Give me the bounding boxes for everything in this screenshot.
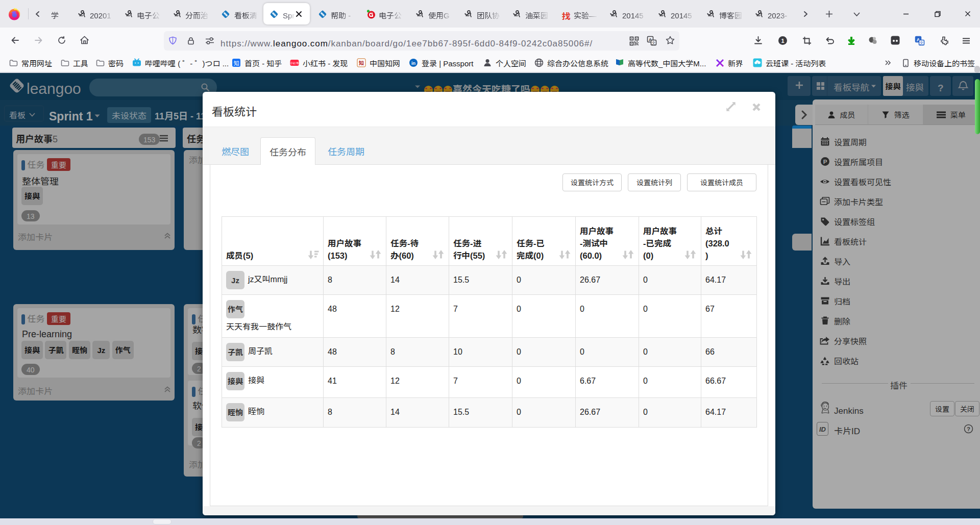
svg-text:小红书: 小红书 [290,61,299,65]
svg-text:知: 知 [359,59,364,66]
svg-text:文: 文 [920,40,924,45]
svg-text:知: 知 [234,59,239,67]
svg-text:文: 文 [652,40,656,45]
svg-text:in: in [411,61,415,66]
svg-text:1: 1 [781,38,784,44]
